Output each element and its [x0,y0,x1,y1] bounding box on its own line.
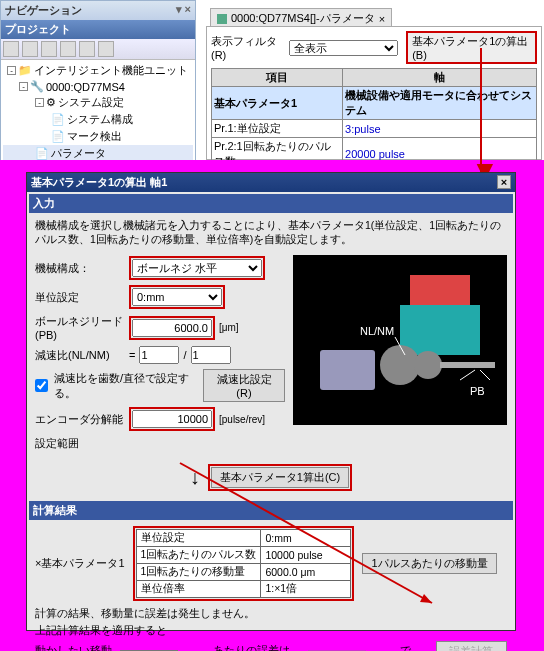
tree-mark[interactable]: 📄 マーク検出 [3,128,193,145]
table-row: Pr.1:単位設定3:pulse [212,120,537,138]
table-row: 単位倍率1:×1倍 [136,581,351,598]
red-connector [480,48,482,172]
toolbar-button[interactable] [79,41,95,57]
dialog-title: 基本パラメータ1の算出 軸1 [31,175,167,190]
tab-label: 0000:QD77MS4[]-パラメータ [231,11,375,26]
calc-dialog: 基本パラメータ1の算出 軸1 × 入力 機械構成を選択し機械諸元を入力することに… [26,172,516,631]
lead-unit: [μm] [219,322,239,333]
apply-end: です。 [400,643,429,652]
parameter-panel: 表示フィルタ(R) 全表示 基本パラメータ1の算出(B) 項目軸 基本パラメータ… [206,26,542,160]
col-axis: 軸 [343,69,537,87]
gear-ratio-button[interactable]: 減速比設定(R) [203,369,285,402]
apply-label-a: 動かしたい移動量 [35,643,113,652]
mechanism-diagram: NL/NM PB [293,255,507,425]
nav-dock-icon[interactable]: ▾ × [176,3,191,18]
result-note2: 上記計算結果を適用すると [35,624,507,638]
filter-label: 表示フィルタ(R) [211,34,285,61]
error-calc-button[interactable]: 誤差計算(G) [436,641,507,651]
section-input-header: 入力 [29,194,513,213]
nav-title-bar: ナビゲーション ▾ × [1,1,195,20]
result-label: ×基本パラメータ1 [35,556,125,571]
toolbar-button[interactable] [41,41,57,57]
cat-name: 基本パラメータ1 [212,87,343,120]
tab-close-icon[interactable]: × [379,13,385,25]
table-row: 1回転あたりの移動量6000.0 μm [136,564,351,581]
svg-rect-0 [410,275,470,305]
ratio-nm-input[interactable] [191,346,231,364]
mech-select[interactable]: ボールネジ 水平 [132,259,262,277]
tab-icon [217,14,227,24]
calculate-button[interactable]: 基本パラメータ1算出(C) [211,467,349,488]
tree-system[interactable]: -⚙ システム設定 [3,94,193,111]
ratio-label: 減速比(NL/NM) [35,348,125,363]
lead-label: ボールネジリード(PB) [35,314,125,341]
calc-basic-button[interactable]: 基本パラメータ1の算出(B) [406,31,537,64]
param-tab[interactable]: 0000:QD77MS4[]-パラメータ × [210,8,392,28]
svg-line-10 [480,370,490,380]
svg-text:PB: PB [470,385,485,397]
tree-syscfg[interactable]: 📄 システム構成 [3,111,193,128]
tree-unit[interactable]: -🔧 0000:QD77MS4 [3,79,193,94]
svg-line-9 [460,370,475,380]
toolbar-button[interactable] [60,41,76,57]
svg-rect-2 [320,350,375,390]
table-row: 1回転あたりのパルス数10000 pulse [136,547,351,564]
range-label: 設定範囲 [35,436,125,451]
encoder-label: エンコーダ分解能 [35,412,125,427]
dialog-description: 機械構成を選択し機械諸元を入力することにより、基本パラメータ1(単位設定、1回転… [27,215,515,251]
navigation-panel: ナビゲーション ▾ × プロジェクト -📁 インテリジェント機能ユニット -🔧 … [0,0,196,160]
unit-label: 単位設定 [35,290,125,305]
toolbar-button[interactable] [98,41,114,57]
result-table: 単位設定0:mm 1回転あたりのパルス数10000 pulse 1回転あたりの移… [136,529,352,598]
apply-label-b: あたりの誤差は、約 [213,643,301,652]
close-icon[interactable]: × [497,175,511,189]
ratio-nl-input[interactable] [139,346,179,364]
nav-toolbar [1,39,195,60]
svg-rect-1 [400,305,480,355]
result-note1: 計算の結果、移動量に誤差は発生しません。 [35,607,507,621]
encoder-unit: [pulse/rev] [219,414,265,425]
down-arrow-icon: ↓ [190,466,200,489]
toolbar-button[interactable] [22,41,38,57]
encoder-input[interactable] [132,410,212,428]
cat-desc: 機械設備や適用モータに合わせてシステム [343,87,537,120]
section-result-header: 計算結果 [29,501,513,520]
project-tree: -📁 インテリジェント機能ユニット -🔧 0000:QD77MS4 -⚙ システ… [1,60,195,164]
svg-text:NL/NM: NL/NM [360,325,394,337]
input-form: 機械構成： ボールネジ 水平 単位設定 0:mm ボールネジリード(PB) [μ… [35,251,285,456]
project-header: プロジェクト [1,20,195,39]
unit-select[interactable]: 0:mm [132,288,222,306]
filter-select[interactable]: 全表示 [289,40,398,56]
toolbar-button[interactable] [3,41,19,57]
dialog-title-bar: 基本パラメータ1の算出 軸1 × [27,173,515,192]
svg-point-4 [414,351,442,379]
table-row: 単位設定0:mm [136,530,351,547]
pulse-move-button[interactable]: 1パルスあたりの移動量 [362,553,496,574]
tree-root[interactable]: -📁 インテリジェント機能ユニット [3,62,193,79]
col-item: 項目 [212,69,343,87]
nav-title: ナビゲーション [5,3,82,18]
mech-label: 機械構成： [35,261,125,276]
gear-checkbox[interactable] [35,379,48,392]
lead-input[interactable] [132,319,212,337]
gear-label: 減速比を歯数/直径で設定する。 [54,371,197,401]
